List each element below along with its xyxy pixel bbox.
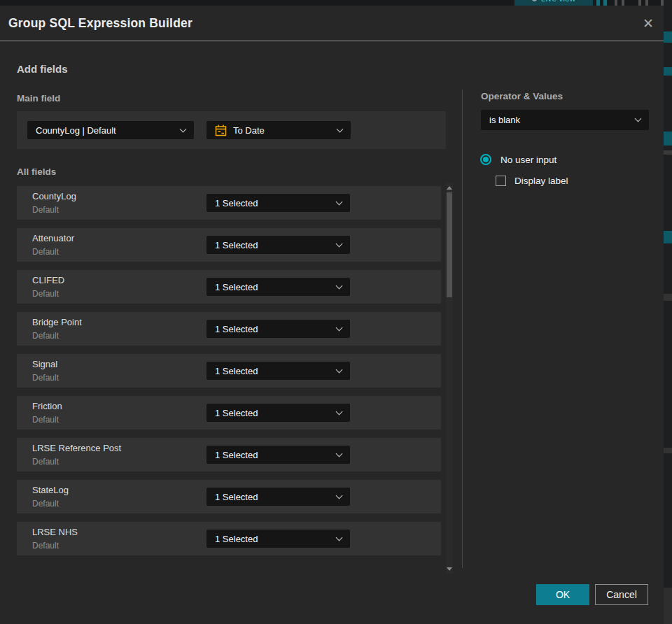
group-sql-expression-builder-dialog: Group SQL Expression Builder ✕ Add field… <box>0 6 664 624</box>
field-row: LRSE Reference Post Default 1 Selected <box>17 438 441 471</box>
field-name: LRSE NHS <box>32 527 78 537</box>
field-row: StateLog Default 1 Selected <box>17 480 441 513</box>
date-type-select[interactable]: To Date <box>206 121 351 139</box>
no-user-input-option[interactable]: No user input <box>480 154 556 165</box>
dialog-title: Group SQL Expression Builder <box>8 6 192 41</box>
field-name: LRSE Reference Post <box>32 443 121 453</box>
scroll-down-icon[interactable] <box>447 567 452 571</box>
chevron-down-icon <box>336 324 343 331</box>
no-user-input-label: No user input <box>500 155 556 165</box>
field-row: CountyLog Default 1 Selected <box>17 186 441 220</box>
live-dot-icon <box>532 0 537 1</box>
add-fields-heading: Add fields <box>17 63 68 75</box>
field-name: Signal <box>32 359 57 369</box>
field-selected-dropdown[interactable]: 1 Selected <box>206 488 350 506</box>
field-name: Friction <box>32 401 62 411</box>
radio-selected-icon[interactable] <box>480 154 491 165</box>
background-toolbar-bar <box>622 0 624 6</box>
live-view-indicator: Live view <box>514 0 593 6</box>
operator-values-label: Operator & Values <box>481 91 563 101</box>
background-segment <box>664 132 672 146</box>
display-label-option[interactable]: Display label <box>496 176 568 186</box>
calendar-icon <box>215 125 227 136</box>
date-type-select-value: To Date <box>233 125 332 136</box>
background-toolbar-bar <box>645 0 648 6</box>
field-row: Attenuator Default 1 Selected <box>17 228 441 262</box>
field-row: CLIFED Default 1 Selected <box>17 270 441 304</box>
field-selected-value: 1 Selected <box>215 240 331 250</box>
field-selected-dropdown[interactable]: 1 Selected <box>206 530 350 548</box>
field-name: Bridge Point <box>32 317 82 327</box>
cancel-button[interactable]: Cancel <box>595 584 648 605</box>
background-toolbar-bar <box>638 0 641 6</box>
background-segment <box>664 294 672 301</box>
field-selected-dropdown[interactable]: 1 Selected <box>206 278 350 296</box>
field-sublabel: Default <box>32 541 59 551</box>
field-selected-dropdown[interactable]: 1 Selected <box>206 320 350 338</box>
chevron-down-icon <box>635 115 642 122</box>
operator-select-value: is blank <box>489 115 630 125</box>
all-fields-label: All fields <box>17 166 56 177</box>
field-selected-value: 1 Selected <box>215 492 331 502</box>
background-app-rightstrip <box>664 0 672 624</box>
field-sublabel: Default <box>32 289 59 299</box>
background-toolbar-bar <box>596 0 600 6</box>
background-segment <box>664 231 672 243</box>
background-segment <box>664 67 672 76</box>
field-selected-value: 1 Selected <box>215 408 331 418</box>
field-sublabel: Default <box>32 415 59 425</box>
chevron-down-icon <box>336 198 343 205</box>
field-row: Friction Default 1 Selected <box>17 396 441 430</box>
field-name: Attenuator <box>32 233 74 243</box>
field-sublabel: Default <box>32 247 59 257</box>
operator-select[interactable]: is blank <box>481 110 649 130</box>
background-segment <box>664 588 672 624</box>
chevron-down-icon <box>336 282 343 289</box>
chevron-down-icon <box>180 125 187 132</box>
background-segment <box>664 150 672 155</box>
field-selected-value: 1 Selected <box>215 198 331 208</box>
chevron-down-icon <box>336 492 343 499</box>
list-scrollbar[interactable] <box>446 183 453 574</box>
main-field-select[interactable]: CountyLog | Default <box>27 121 194 139</box>
field-row: LRSE NHS Default 1 Selected <box>17 522 441 555</box>
field-sublabel: Default <box>32 499 59 509</box>
scrollbar-thumb[interactable] <box>447 192 452 297</box>
chevron-down-icon <box>336 534 343 541</box>
chevron-down-icon <box>337 125 344 132</box>
ok-button[interactable]: OK <box>536 584 589 605</box>
background-toolbar-bar <box>603 0 607 6</box>
field-name: StateLog <box>32 485 69 495</box>
background-toolbar-bar <box>615 0 617 6</box>
field-selected-value: 1 Selected <box>215 534 331 544</box>
background-app-topstrip: Live view <box>0 0 672 6</box>
field-selected-value: 1 Selected <box>215 324 331 334</box>
main-field-select-value: CountyLog | Default <box>36 125 175 136</box>
background-segment <box>664 31 672 43</box>
chevron-down-icon <box>336 408 343 415</box>
background-segment <box>664 448 672 453</box>
panel-divider <box>462 90 463 568</box>
chevron-down-icon <box>336 240 343 247</box>
main-field-panel: CountyLog | Default To Date <box>17 111 446 149</box>
live-view-label: Live view <box>541 0 575 3</box>
field-selected-dropdown[interactable]: 1 Selected <box>206 362 350 380</box>
field-name: CountyLog <box>32 191 76 201</box>
field-sublabel: Default <box>32 457 59 467</box>
scroll-up-icon[interactable] <box>447 186 452 190</box>
field-row: Bridge Point Default 1 Selected <box>17 312 441 346</box>
field-selected-value: 1 Selected <box>215 282 331 292</box>
close-icon[interactable]: ✕ <box>638 13 658 33</box>
field-selected-dropdown[interactable]: 1 Selected <box>206 446 350 464</box>
field-name: CLIFED <box>32 275 64 285</box>
dialog-titlebar: Group SQL Expression Builder ✕ <box>0 6 664 41</box>
field-sublabel: Default <box>32 373 59 383</box>
field-selected-dropdown[interactable]: 1 Selected <box>206 194 350 212</box>
chevron-down-icon <box>336 450 343 457</box>
checkbox-unchecked-icon[interactable] <box>496 176 506 186</box>
field-sublabel: Default <box>32 331 59 341</box>
field-selected-value: 1 Selected <box>215 450 331 460</box>
field-selected-dropdown[interactable]: 1 Selected <box>206 236 350 254</box>
field-selected-dropdown[interactable]: 1 Selected <box>206 404 350 422</box>
title-separator <box>0 41 664 41</box>
